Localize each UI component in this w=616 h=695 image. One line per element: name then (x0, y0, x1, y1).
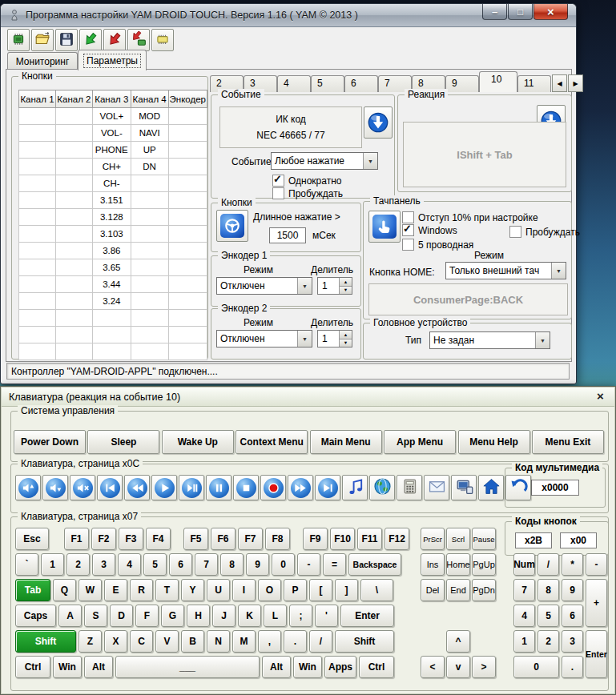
home-button[interactable] (478, 475, 504, 500)
key-F10[interactable]: F10 (330, 528, 355, 550)
table-cell[interactable] (55, 192, 92, 209)
table-cell[interactable] (168, 192, 207, 209)
key-v[interactable]: v (446, 656, 470, 678)
table-cell[interactable] (131, 310, 168, 327)
key-5[interactable]: 5 (143, 553, 167, 576)
key-U[interactable]: U (207, 579, 230, 601)
key-F12[interactable]: F12 (384, 528, 409, 550)
keyboard-close-button[interactable] (594, 389, 607, 403)
long-press-input[interactable] (269, 227, 306, 243)
power-down-button[interactable]: Power Down (14, 430, 86, 454)
touch-settings-button[interactable] (368, 211, 401, 243)
key-F5[interactable]: F5 (183, 528, 208, 550)
table-cell[interactable]: CH- (92, 175, 131, 192)
table-cell[interactable] (168, 343, 207, 360)
encoder2-divider-spinner[interactable]: 1 (317, 330, 352, 348)
table-cell[interactable] (19, 125, 56, 142)
key-Pause[interactable]: Pause (472, 528, 496, 550)
chevron-down-icon[interactable] (551, 263, 566, 279)
key-S[interactable]: S (84, 605, 107, 627)
key-Y[interactable]: Y (181, 579, 204, 601)
table-cell[interactable]: 3.86 (92, 243, 131, 259)
key-Scrl[interactable]: Scrl (446, 528, 470, 550)
mute-button[interactable] (70, 475, 95, 500)
table-cell[interactable] (19, 327, 56, 343)
key-R[interactable]: R (130, 579, 153, 601)
key-Ins[interactable]: Ins (421, 553, 445, 576)
table-cell[interactable] (55, 209, 92, 226)
arrow-red-button[interactable] (103, 29, 126, 51)
table-cell[interactable] (168, 175, 207, 192)
table-cell[interactable] (55, 276, 92, 293)
table-cell[interactable]: 3.44 (92, 276, 131, 293)
table-cell[interactable] (131, 259, 168, 276)
table-cell[interactable] (55, 142, 92, 159)
table-cell[interactable] (19, 108, 56, 125)
key-A[interactable]: A (58, 605, 82, 627)
table-cell[interactable] (131, 327, 168, 343)
event-tab-4[interactable]: 4 (277, 75, 311, 92)
key-X[interactable]: X (104, 630, 127, 653)
stop-button[interactable] (233, 475, 259, 500)
table-cell[interactable] (19, 159, 56, 175)
key-2[interactable]: 2 (537, 630, 559, 653)
key-C[interactable]: C (130, 630, 153, 653)
key-_[interactable]: [ (309, 579, 332, 601)
key-Win[interactable]: Win (293, 656, 322, 678)
chevron-down-icon[interactable] (363, 153, 377, 169)
table-cell[interactable]: VOL- (92, 125, 131, 142)
key-Alt[interactable]: Alt (262, 656, 291, 678)
key-_[interactable]: - (586, 553, 607, 576)
key-arrow-up[interactable]: ^ (446, 630, 470, 653)
key-Backspace[interactable]: Backspace (348, 553, 401, 576)
key-Z[interactable]: Z (79, 630, 102, 653)
music-button[interactable] (342, 475, 368, 500)
table-cell[interactable] (55, 343, 92, 360)
key-_[interactable]: < (421, 656, 445, 678)
table-cell[interactable] (131, 343, 168, 360)
table-cell[interactable]: 3.24 (92, 293, 131, 310)
pause-button[interactable] (206, 475, 232, 500)
volume-up-button[interactable] (15, 475, 41, 500)
table-cell[interactable] (55, 108, 92, 125)
table-cell[interactable] (168, 125, 207, 142)
key-V[interactable]: V (155, 630, 179, 653)
menu-exit-button[interactable]: Menu Exit (532, 430, 604, 454)
table-cell[interactable] (168, 159, 207, 175)
column-header[interactable]: Канал 3 (92, 90, 131, 108)
key-Ctrl[interactable]: Ctrl (15, 656, 50, 678)
table-cell[interactable] (131, 175, 168, 192)
key-F4[interactable]: F4 (146, 528, 171, 550)
head-unit-type-combo[interactable]: Не задан (429, 331, 550, 349)
key-_[interactable]: ' (315, 605, 338, 627)
table-cell[interactable]: DN (131, 159, 168, 175)
table-cell[interactable] (55, 327, 92, 343)
table-cell[interactable] (19, 243, 56, 259)
tab-scroll-right-button[interactable]: ▶ (568, 74, 583, 92)
table-cell[interactable] (19, 259, 56, 276)
windows-checkbox[interactable]: Windows (402, 224, 457, 236)
key-W[interactable]: W (79, 579, 102, 601)
event-wake-checkbox[interactable]: Пробуждать (272, 187, 343, 199)
table-cell[interactable] (168, 327, 207, 343)
table-cell[interactable]: MOD (131, 108, 168, 125)
table-cell[interactable]: 3.103 (92, 226, 131, 243)
key-M[interactable]: M (232, 630, 256, 653)
event-tab-10[interactable]: 10 (479, 71, 517, 92)
context-menu-button[interactable]: Context Menu (236, 430, 308, 454)
key-End[interactable]: End (446, 579, 470, 601)
table-cell[interactable] (131, 243, 168, 259)
column-header[interactable]: Канал 2 (55, 90, 92, 108)
key-F8[interactable]: F8 (265, 528, 290, 550)
table-cell[interactable] (55, 259, 92, 276)
key-_[interactable]: > (472, 656, 496, 678)
web-button[interactable] (369, 475, 395, 500)
key-F2[interactable]: F2 (91, 528, 116, 550)
table-cell[interactable] (131, 226, 168, 243)
record-button[interactable] (260, 475, 286, 500)
key-_[interactable]: = (323, 553, 346, 576)
key-Del[interactable]: Del (421, 579, 445, 601)
key-1[interactable]: 1 (41, 553, 64, 576)
column-header[interactable]: Канал 1 (19, 90, 56, 108)
key-numpad-plus[interactable]: + (586, 579, 607, 627)
